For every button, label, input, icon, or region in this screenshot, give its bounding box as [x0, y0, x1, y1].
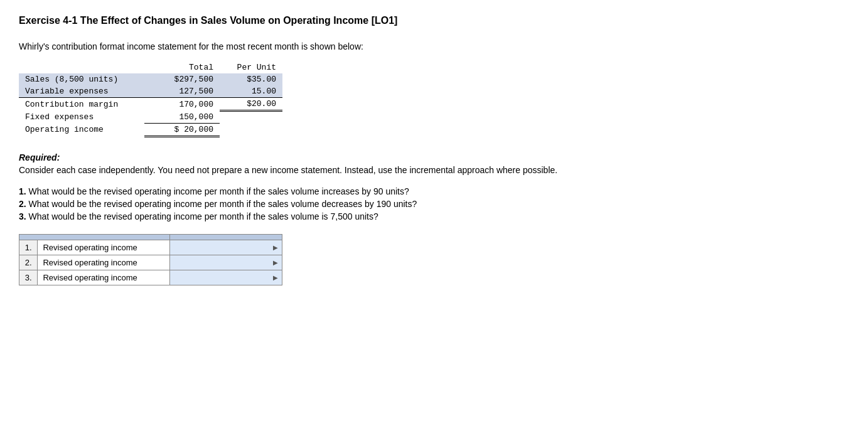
question-2-text: What would be the revised operating inco…	[29, 199, 417, 209]
answer-value-2[interactable]	[170, 255, 282, 270]
question-1: 1. What would be the revised operating i…	[19, 186, 849, 196]
row-label: Fixed expenses	[19, 111, 144, 124]
answer-num-1: 1.	[19, 240, 38, 255]
question-2: 2. What would be the revised operating i…	[19, 199, 849, 209]
question-2-num: 2.	[19, 199, 26, 209]
table-row: Sales (8,500 units) $297,500 $35.00	[19, 73, 282, 85]
required-label: Required:	[19, 152, 849, 162]
table-row: Fixed expenses 150,000	[19, 111, 282, 124]
required-section: Required: Consider each case independent…	[19, 152, 849, 175]
question-1-text: What would be the revised operating inco…	[29, 186, 409, 196]
row-label: Variable expenses	[19, 85, 144, 98]
questions-section: 1. What would be the revised operating i…	[19, 186, 849, 221]
header-perunit: Per Unit	[220, 61, 282, 73]
question-3: 3. What would be the revised operating i…	[19, 211, 849, 221]
row-perunit: 15.00	[220, 85, 282, 98]
row-perunit	[220, 111, 282, 124]
header-label	[19, 61, 144, 73]
row-total: $297,500	[144, 73, 220, 85]
row-label: Operating income	[19, 123, 144, 136]
answer-table: 1. Revised operating income 2. Revised o…	[19, 234, 282, 285]
row-label: Contribution margin	[19, 98, 144, 111]
row-perunit	[220, 123, 282, 136]
answer-num-2: 2.	[19, 255, 38, 270]
answer-num-3: 3.	[19, 270, 38, 285]
answer-row-3: 3. Revised operating income	[19, 270, 282, 285]
row-perunit: $20.00	[220, 98, 282, 111]
row-label: Sales (8,500 units)	[19, 73, 144, 85]
answer-header-right	[170, 234, 282, 240]
answer-label-1: Revised operating income	[38, 240, 170, 255]
answer-value-1[interactable]	[170, 240, 282, 255]
answer-row-2: 2. Revised operating income	[19, 255, 282, 270]
question-3-text: What would be the revised operating inco…	[29, 211, 378, 221]
required-text: Consider each case independently. You ne…	[19, 165, 849, 175]
income-statement-table: Total Per Unit Sales (8,500 units) $297,…	[19, 61, 282, 137]
row-perunit: $35.00	[220, 73, 282, 85]
row-total: 170,000	[144, 98, 220, 111]
row-total: 150,000	[144, 111, 220, 124]
row-total: $ 20,000	[144, 123, 220, 136]
table-row: Contribution margin 170,000 $20.00	[19, 98, 282, 111]
answer-header-left	[19, 234, 170, 240]
answer-row-1: 1. Revised operating income	[19, 240, 282, 255]
header-total: Total	[144, 61, 220, 73]
answer-value-3[interactable]	[170, 270, 282, 285]
page-title: Exercise 4-1 The Effect of Changes in Sa…	[19, 15, 849, 26]
row-total: 127,500	[144, 85, 220, 98]
answer-label-2: Revised operating income	[38, 255, 170, 270]
question-1-num: 1.	[19, 186, 26, 196]
question-3-num: 3.	[19, 211, 26, 221]
table-row: Operating income $ 20,000	[19, 123, 282, 136]
table-row: Variable expenses 127,500 15.00	[19, 85, 282, 98]
intro-text: Whirly's contribution format income stat…	[19, 41, 849, 51]
answer-label-3: Revised operating income	[38, 270, 170, 285]
